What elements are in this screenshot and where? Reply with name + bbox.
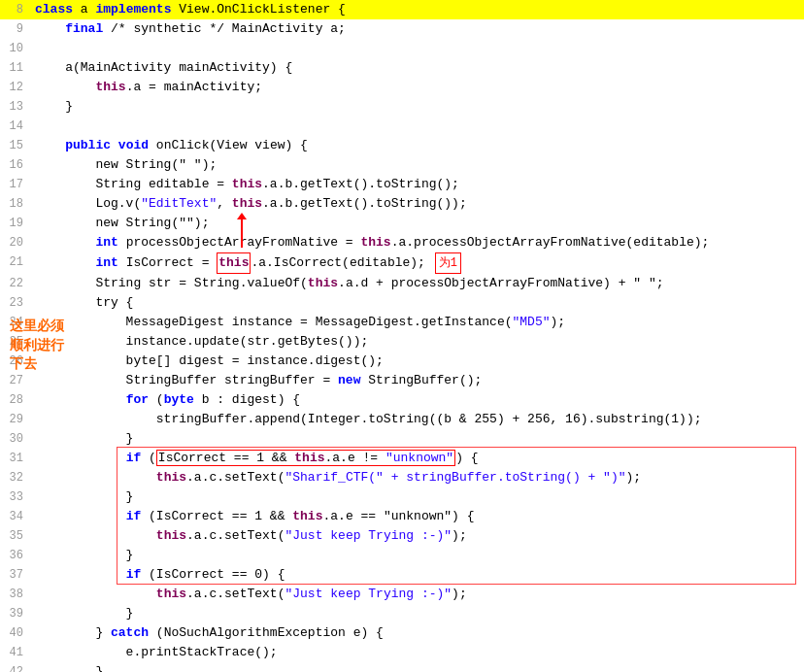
line-number: 27 xyxy=(0,371,31,390)
line-number: 37 xyxy=(0,565,31,585)
code-line-40: 40 } catch (NoSuchAlgorithmException e) … xyxy=(0,623,804,643)
code-line-33: 33 } xyxy=(0,487,804,507)
code-line-35: 35 this.a.c.setText("Just keep Trying :-… xyxy=(0,526,804,546)
code-token: ( xyxy=(141,451,156,465)
code-editor: 8class a implements View.OnClickListener… xyxy=(0,0,804,672)
line-content: int processObjectArrayFromNative = this.… xyxy=(31,233,804,252)
code-token: .a.b.getText().toString(); xyxy=(262,177,459,191)
code-line-12: 12 this.a = mainActivity; xyxy=(0,78,804,97)
code-line-30: 30 } xyxy=(0,429,804,449)
code-line-11: 11 a(MainActivity mainActivity) { xyxy=(0,58,804,78)
line-content: MessageDigest instance = MessageDigest.g… xyxy=(31,313,804,332)
code-token: "EditText" xyxy=(141,196,217,211)
line-number: 26 xyxy=(0,352,31,371)
code-line-26: 26 byte[] digest = instance.digest(); xyxy=(0,352,804,371)
code-token: new String(" "); xyxy=(35,157,217,172)
code-token: ); xyxy=(626,470,642,485)
line-number: 32 xyxy=(0,468,31,487)
code-token: .a.processObjectArrayFromNative(editable… xyxy=(391,235,710,250)
code-token: (NoSuchAlgorithmException e) { xyxy=(149,625,384,640)
line-number: 35 xyxy=(0,526,31,546)
line-number: 18 xyxy=(0,194,31,214)
line-content: if (IsCorrect == 0) { xyxy=(31,565,804,585)
code-line-37: 37 if (IsCorrect == 0) { xyxy=(0,565,804,585)
code-line-10: 10 xyxy=(0,39,804,58)
line-content: e.printStackTrace(); xyxy=(31,643,804,662)
boxed-this-keyword: this xyxy=(217,252,251,274)
line-number: 21 xyxy=(0,252,31,272)
code-line-39: 39 } xyxy=(0,604,804,623)
code-token: this xyxy=(95,80,125,94)
line-number: 19 xyxy=(0,214,31,233)
code-token: ); xyxy=(452,528,467,543)
line-number: 15 xyxy=(0,136,31,155)
code-line-20: 20 int processObjectArrayFromNative = th… xyxy=(0,233,804,252)
code-line-19: 19 new String(""); xyxy=(0,214,804,233)
line-number: 8 xyxy=(0,0,31,19)
code-line-14: 14 xyxy=(0,117,804,136)
code-token: class xyxy=(35,2,81,17)
code-token: MessageDigest instance = MessageDigest.g… xyxy=(35,315,512,329)
code-line-17: 17 String editable = this.a.b.getText().… xyxy=(0,175,804,194)
code-token: stringBuffer.append(Integer.toString((b … xyxy=(35,412,702,426)
line-content: } catch (NoSuchAlgorithmException e) { xyxy=(31,623,804,643)
line-number: 28 xyxy=(0,390,31,410)
code-line-36: 36 } xyxy=(0,546,804,565)
line-number: 38 xyxy=(0,585,31,604)
code-line-28: 28 for (byte b : digest) { xyxy=(0,390,804,410)
line-content: byte[] digest = instance.digest(); xyxy=(31,352,804,371)
code-token: if xyxy=(126,509,142,523)
code-token: byte[] digest = instance.digest(); xyxy=(35,353,384,368)
code-token: this xyxy=(156,470,186,485)
code-token xyxy=(35,235,95,250)
line-number: 33 xyxy=(0,487,31,507)
code-token: String str = String.valueOf( xyxy=(35,276,308,290)
line-content xyxy=(31,39,804,58)
code-token: e.printStackTrace(); xyxy=(35,645,278,659)
line-number: 34 xyxy=(0,507,31,526)
line-content: Log.v("EditText", this.a.b.getText().toS… xyxy=(31,194,804,214)
code-token: implements xyxy=(95,2,179,17)
line-content: this.a.c.setText("Just keep Trying :-)")… xyxy=(31,585,804,604)
code-line-34: 34 if (IsCorrect == 1 && this.a.e == "un… xyxy=(0,507,804,526)
line-number: 16 xyxy=(0,155,31,175)
code-line-15: 15 public void onClick(View view) { xyxy=(0,136,804,155)
line-number: 9 xyxy=(0,19,31,39)
line-content: class a implements View.OnClickListener … xyxy=(31,0,804,19)
code-token: .a.c.setText( xyxy=(186,528,285,543)
code-token: public xyxy=(65,138,111,152)
code-line-27: 27 StringBuffer stringBuffer = new Strin… xyxy=(0,371,804,390)
code-token: (IsCorrect == 1 && xyxy=(141,509,292,523)
line-number: 22 xyxy=(0,274,31,293)
code-token: .a = mainActivity; xyxy=(126,80,262,94)
code-token: StringBuffer(); xyxy=(360,373,482,387)
code-token: this xyxy=(308,276,338,290)
code-token: } xyxy=(35,99,73,114)
code-token: b : digest) { xyxy=(194,392,300,407)
code-token: if xyxy=(126,567,142,582)
code-token: try { xyxy=(35,295,133,310)
line-content: new String(""); xyxy=(31,214,804,233)
code-token: int xyxy=(95,235,117,250)
code-line-8: 8class a implements View.OnClickListener… xyxy=(0,0,804,19)
code-token: IsCorrect = xyxy=(118,255,217,270)
line-content: for (byte b : digest) { xyxy=(31,390,804,410)
code-token: instance.update(str.getBytes()); xyxy=(35,334,368,349)
code-token: ) { xyxy=(455,451,478,465)
line-number: 30 xyxy=(0,429,31,449)
code-token: byte xyxy=(164,392,194,407)
code-token: for xyxy=(126,392,149,407)
code-token: } xyxy=(35,625,111,640)
code-token: this xyxy=(156,587,186,601)
line-content: } xyxy=(31,97,804,117)
line-content: this.a.c.setText("Sharif_CTF(" + stringB… xyxy=(31,468,804,487)
line-content: int IsCorrect = this.a.IsCorrect(editabl… xyxy=(31,252,804,274)
line-content: stringBuffer.append(Integer.toString((b … xyxy=(31,410,804,429)
code-token: "Just keep Trying :-)" xyxy=(285,528,452,543)
code-token: View.OnClickListener { xyxy=(179,2,346,17)
line-content: try { xyxy=(31,293,804,313)
code-token: onClick(View view) { xyxy=(149,138,308,152)
line-content: public void onClick(View view) { xyxy=(31,136,804,155)
line-content: } xyxy=(31,662,804,672)
code-line-38: 38 this.a.c.setText("Just keep Trying :-… xyxy=(0,585,804,604)
